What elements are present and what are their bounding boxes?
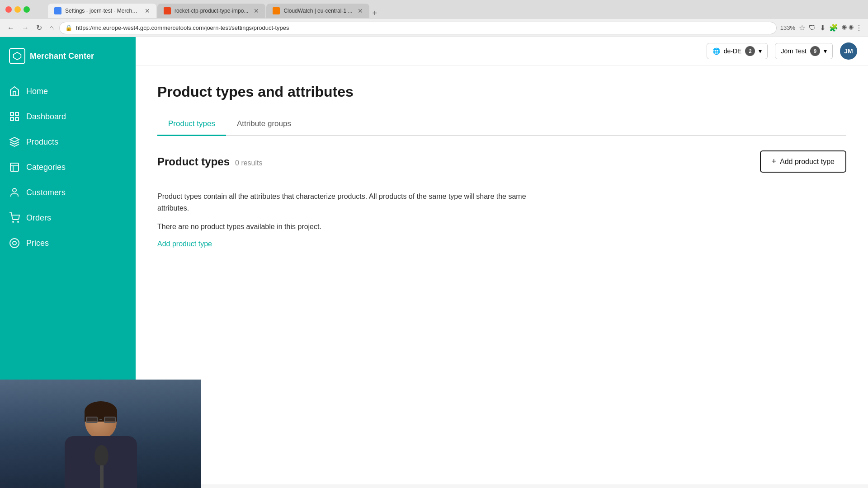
logo-text: Merchant Center — [30, 52, 94, 61]
sidebar-item-home-label: Home — [26, 87, 48, 96]
tab-close-icon[interactable]: ✕ — [145, 7, 150, 14]
home-icon — [9, 86, 20, 97]
add-button-label: Add product type — [780, 158, 835, 166]
close-button[interactable] — [5, 6, 12, 13]
video-content — [0, 380, 201, 488]
section-title: Product types — [157, 155, 230, 168]
url-text: https://mc.europe-west4.gcp.commercetool… — [76, 24, 289, 31]
sidebar-item-dashboard[interactable]: Dashboard — [0, 104, 136, 129]
sidebar-item-dashboard-label: Dashboard — [26, 112, 66, 122]
empty-description-1: Product types contain all the attributes… — [157, 191, 546, 214]
customers-icon — [9, 187, 20, 198]
refresh-button[interactable]: ↻ — [34, 22, 44, 34]
profile-icons: ◉ ◉ ⋮ — [842, 23, 863, 32]
shield-icon: 🛡 — [809, 24, 816, 32]
zoom-level: 133% — [780, 24, 795, 31]
minimize-button[interactable] — [14, 6, 21, 13]
user-chevron-icon: ▾ — [824, 47, 827, 55]
sidebar-item-products-label: Products — [26, 137, 58, 147]
tab-favicon-3 — [273, 7, 280, 14]
tab-label-2: rocket-ctp-product-type-impo... — [175, 8, 248, 14]
main-content: 🌐 de-DE 2 ▾ Jörn Test 9 ▾ JM Product typ… — [136, 37, 868, 484]
section-header: Product types 0 results + Add product ty… — [157, 150, 846, 173]
browser-tabs: Settings - joern-test - Mercha... ✕ rock… — [42, 1, 863, 18]
download-icon[interactable]: ⬇ — [820, 23, 826, 32]
tab-rocket[interactable]: rocket-ctp-product-type-impo... ✕ — [157, 4, 265, 18]
globe-icon: 🌐 — [712, 47, 720, 55]
home-nav-button[interactable]: ⌂ — [47, 22, 56, 34]
tab-cloudwatch[interactable]: CloudWatch | eu-central-1 ... ✕ — [266, 4, 369, 18]
tab-settings[interactable]: Settings - joern-test - Mercha... ✕ — [48, 4, 156, 18]
chevron-down-icon: ▾ — [759, 47, 762, 55]
sidebar-item-orders-label: Orders — [26, 213, 51, 223]
sidebar-item-categories-label: Categories — [26, 163, 66, 172]
page-content: Product types and attributes Product typ… — [136, 66, 868, 272]
sidebar-item-prices-label: Prices — [26, 239, 49, 248]
results-count: 0 results — [235, 159, 262, 167]
svg-rect-2 — [15, 113, 19, 116]
sidebar-item-customers-label: Customers — [26, 188, 66, 197]
more-options-icon[interactable]: ⋮ — [855, 23, 863, 32]
user-avatar[interactable]: JM — [840, 42, 857, 60]
bookmark-icon[interactable]: ☆ — [799, 23, 805, 32]
page-title: Product types and attributes — [157, 84, 846, 100]
sidebar-item-categories[interactable]: Categories — [0, 155, 136, 180]
back-button[interactable]: ← — [5, 22, 16, 34]
empty-state: Product types contain all the attributes… — [157, 185, 546, 253]
section-title-group: Product types 0 results — [157, 155, 263, 168]
add-product-type-link[interactable]: Add product type — [157, 240, 212, 248]
svg-point-8 — [13, 221, 14, 222]
profile-icon-2[interactable]: ◉ — [849, 23, 854, 32]
tab-label: Settings - joern-test - Mercha... — [65, 8, 139, 14]
svg-point-11 — [13, 241, 16, 245]
video-overlay — [0, 380, 201, 488]
language-selector[interactable]: 🌐 de-DE 2 ▾ — [707, 43, 768, 59]
svg-point-10 — [10, 239, 19, 248]
language-badge: 2 — [745, 46, 755, 56]
tab-label-3: CloudWatch | eu-central-1 ... — [283, 8, 352, 14]
svg-rect-6 — [10, 163, 19, 171]
categories-icon — [9, 162, 20, 173]
sidebar-logo: Merchant Center — [0, 37, 136, 75]
address-bar[interactable]: 🔒 https://mc.europe-west4.gcp.commerceto… — [59, 22, 777, 34]
prices-icon — [9, 238, 20, 249]
browser-titlebar: Settings - joern-test - Mercha... ✕ rock… — [0, 0, 868, 19]
lock-icon: 🔒 — [65, 24, 72, 31]
sidebar-item-orders[interactable]: Orders — [0, 205, 136, 230]
user-name: Jörn Test — [781, 47, 807, 55]
tab-product-types[interactable]: Product types — [157, 115, 226, 136]
empty-description-2: There are no product types available in … — [157, 221, 546, 233]
browser-toolbar: ← → ↻ ⌂ 🔒 https://mc.europe-west4.gcp.co… — [0, 19, 868, 37]
dashboard-icon — [9, 111, 20, 122]
svg-point-7 — [13, 188, 16, 192]
traffic-lights — [5, 6, 30, 13]
extensions-icon[interactable]: 🧩 — [829, 23, 838, 32]
sidebar-item-home[interactable]: Home — [0, 79, 136, 104]
add-product-type-button[interactable]: + Add product type — [760, 150, 846, 173]
plus-icon: + — [772, 157, 777, 166]
tab-close-icon-2[interactable]: ✕ — [254, 7, 259, 14]
maximize-button[interactable] — [24, 6, 30, 13]
tab-favicon-2 — [164, 7, 171, 14]
user-badge: 9 — [810, 46, 820, 56]
svg-marker-5 — [10, 137, 19, 142]
orders-icon — [9, 212, 20, 223]
user-selector[interactable]: Jörn Test 9 ▾ — [775, 43, 833, 59]
tab-close-icon-3[interactable]: ✕ — [358, 7, 363, 14]
tab-favicon — [54, 7, 61, 14]
svg-rect-3 — [15, 117, 19, 121]
toolbar-actions: 133% ☆ 🛡 ⬇ 🧩 ◉ ◉ ⋮ — [780, 23, 863, 32]
sidebar-item-products[interactable]: Products — [0, 129, 136, 155]
svg-point-9 — [18, 221, 19, 222]
topbar: 🌐 de-DE 2 ▾ Jörn Test 9 ▾ JM — [136, 37, 868, 66]
language-text: de-DE — [724, 47, 742, 55]
svg-rect-4 — [10, 117, 14, 121]
logo-icon — [9, 48, 25, 64]
forward-button[interactable]: → — [20, 22, 31, 34]
sidebar-item-customers[interactable]: Customers — [0, 180, 136, 205]
sidebar-item-prices[interactable]: Prices — [0, 230, 136, 256]
new-tab-button[interactable]: + — [372, 9, 377, 18]
profile-icon-1[interactable]: ◉ — [842, 23, 847, 32]
browser-chrome: Settings - joern-test - Mercha... ✕ rock… — [0, 0, 868, 37]
tab-attribute-groups[interactable]: Attribute groups — [226, 115, 302, 136]
